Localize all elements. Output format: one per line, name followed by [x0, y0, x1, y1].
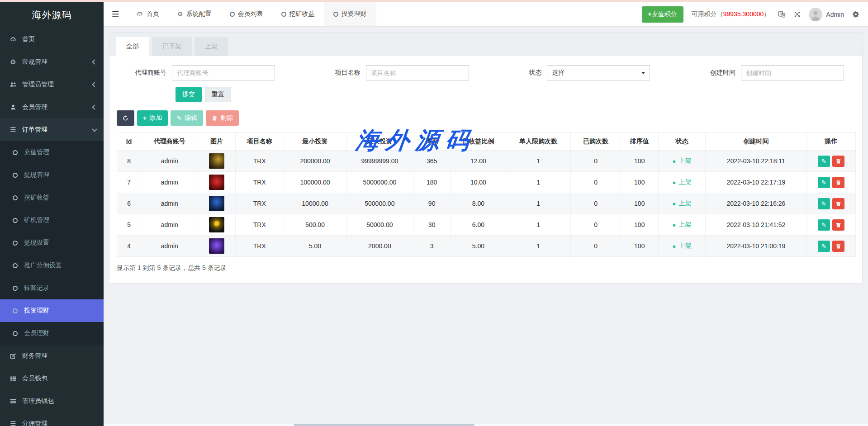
row-delete-button[interactable]	[832, 241, 844, 252]
cell-actions: ✎	[806, 236, 855, 257]
column-header: 项目名称	[235, 133, 284, 151]
page-tab-0[interactable]: 全部	[116, 37, 149, 56]
sidebar-subitem-label: 提现管理	[24, 171, 49, 179]
cell-limit: 1	[506, 172, 571, 193]
translate-icon[interactable]: 文A	[778, 10, 786, 18]
chevron-down-icon	[92, 127, 97, 132]
list-icon: ☰	[8, 126, 18, 134]
pencil-icon: ✎	[821, 243, 826, 250]
row-delete-button[interactable]	[832, 156, 844, 167]
add-button[interactable]: +添加	[137, 110, 168, 126]
project-thumbnail	[209, 217, 224, 232]
sidebar-item-1[interactable]: ⚙常规管理	[0, 51, 104, 73]
sidebar-subitem-2[interactable]: 挖矿收益	[0, 186, 104, 209]
circle-icon	[10, 218, 20, 223]
sidebar-subitem-7[interactable]: 投资理财	[0, 299, 104, 322]
submit-button[interactable]: 提交	[175, 87, 202, 102]
circle-icon	[10, 241, 20, 246]
row-edit-button[interactable]: ✎	[818, 177, 830, 188]
cell-period: 365	[413, 151, 451, 172]
row-edit-button[interactable]: ✎	[818, 219, 830, 231]
delete-button[interactable]: 删除	[206, 110, 239, 126]
plus-icon: +	[143, 114, 147, 122]
page-tab-1[interactable]: 已下架	[152, 37, 192, 56]
sidebar-item-0[interactable]: 首页	[0, 28, 104, 51]
cell-created: 2022-03-10 22:18:11	[706, 151, 807, 172]
circle-icon	[13, 173, 18, 178]
filter-input-3[interactable]	[741, 65, 844, 80]
sidebar-subitem-6[interactable]: 转账记录	[0, 277, 104, 299]
circle-icon	[281, 12, 286, 17]
sidebar-item-8[interactable]: ☰分佣管理	[0, 412, 104, 426]
circle-icon	[230, 12, 235, 17]
sidebar-item-4[interactable]: ☰订单管理	[0, 118, 104, 141]
chevron-left-icon	[92, 104, 97, 109]
cell-period: 90	[413, 193, 451, 214]
sidebar-subitem-1[interactable]: 提现管理	[0, 164, 104, 186]
sidebar-item-7[interactable]: 管理员钱包	[0, 390, 104, 412]
nav-tab-1[interactable]: ⚙系统配置	[168, 2, 221, 26]
cell-bought: 0	[571, 214, 621, 236]
row-edit-button[interactable]: ✎	[818, 241, 830, 252]
sidebar-subitem-label: 转账记录	[24, 284, 49, 292]
nav-tab-4[interactable]: 投资理财	[324, 2, 376, 26]
scrollbar-thumb[interactable]	[294, 424, 474, 426]
status-select[interactable]: 选择	[547, 65, 650, 80]
recharge-points-button[interactable]: +充值积分	[642, 6, 683, 23]
dot-icon: ●	[673, 222, 676, 228]
username: Admin	[826, 11, 844, 18]
row-edit-button[interactable]: ✎	[818, 198, 830, 209]
status-badge: ●上架	[673, 242, 692, 250]
reset-button[interactable]: 重置	[205, 87, 231, 102]
dot-icon: ●	[673, 243, 676, 250]
gear-icon: ⚙	[177, 10, 183, 18]
sidebar-item-label: 常规管理	[22, 58, 47, 66]
nav-tab-3[interactable]: 挖矿收益	[272, 2, 324, 26]
page-tab-2[interactable]: 上架	[194, 37, 228, 56]
sidebar-subitem-4[interactable]: 提现设置	[0, 232, 104, 254]
cell-project: TRX	[235, 172, 284, 193]
sidebar-menu: 首页⚙常规管理管理员管理会员管理☰订单管理充值管理提现管理挖矿收益矿机管理提现设…	[0, 28, 104, 426]
table-row: 7adminTRX100000.005000000.0018010.001010…	[117, 172, 856, 193]
filter-input-1[interactable]	[366, 65, 469, 80]
status-tabs: 全部已下架上架	[109, 33, 862, 56]
sidebar-item-6[interactable]: 会员钱包	[0, 367, 104, 390]
cell-id: 7	[117, 172, 141, 193]
navbar-right: +充值积分 可用积分（99935.300000） 文A Admin	[642, 2, 868, 27]
menu-icon[interactable]: ☰	[104, 2, 127, 26]
avatar	[809, 8, 822, 21]
sidebar-item-3[interactable]: 会员管理	[0, 96, 104, 118]
sidebar-subitem-0[interactable]: 充值管理	[0, 141, 104, 164]
row-delete-button[interactable]	[832, 219, 844, 231]
expand-icon[interactable]	[794, 11, 801, 18]
cell-max-invest: 500000.00	[346, 193, 413, 214]
edit-button[interactable]: ✎编辑	[171, 110, 203, 126]
sidebar-item-label: 分佣管理	[22, 420, 47, 426]
gears-icon[interactable]	[852, 10, 860, 18]
content-card: 全部已下架上架 代理商账号项目名称状态选择创建时间 提交 重置 +添加 ✎编辑 …	[109, 32, 863, 284]
cell-agent: admin	[141, 151, 198, 172]
refresh-button[interactable]	[117, 110, 134, 126]
cell-min-invest: 100000.00	[284, 172, 346, 193]
row-delete-button[interactable]	[832, 198, 844, 209]
row-edit-button[interactable]: ✎	[818, 156, 830, 167]
project-thumbnail	[209, 153, 224, 169]
sidebar-item-5[interactable]: 财务管理	[0, 345, 104, 367]
nav-tab-label: 会员列表	[238, 10, 263, 18]
navbar-tabs: 首页⚙系统配置会员列表挖矿收益投资理财	[127, 2, 376, 26]
cell-limit: 1	[506, 236, 571, 257]
column-header: Id	[117, 133, 141, 151]
sidebar-item-label: 财务管理	[22, 352, 47, 360]
circle-icon	[281, 12, 286, 17]
row-delete-button[interactable]	[832, 177, 844, 188]
nav-tab-2[interactable]: 会员列表	[221, 2, 272, 26]
horizontal-scrollbar[interactable]	[104, 424, 868, 426]
nav-tab-0[interactable]: 首页	[127, 2, 168, 26]
user-menu[interactable]: Admin	[809, 8, 844, 21]
cell-image	[198, 214, 235, 236]
sidebar-subitem-3[interactable]: 矿机管理	[0, 209, 104, 232]
sidebar-subitem-5[interactable]: 推广分佣设置	[0, 254, 104, 277]
sidebar-subitem-8[interactable]: 会员理财	[0, 322, 104, 345]
filter-input-0[interactable]	[172, 65, 275, 80]
sidebar-item-2[interactable]: 管理员管理	[0, 73, 104, 96]
